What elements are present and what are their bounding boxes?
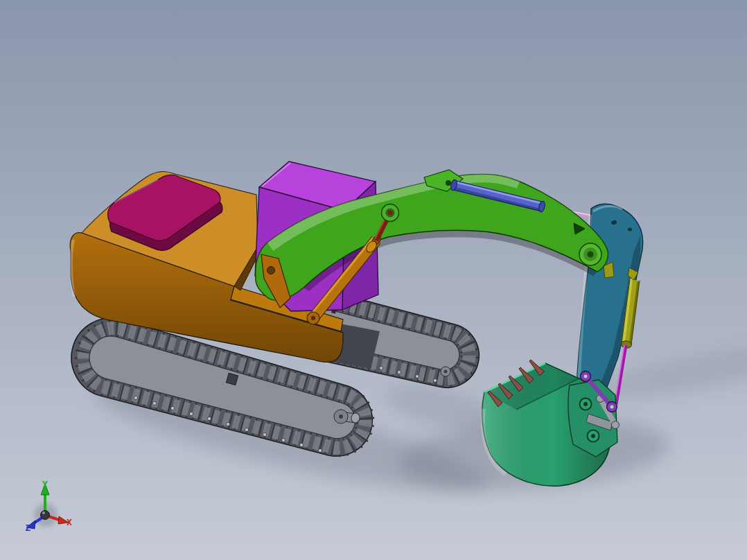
boom-rod-boss-pin xyxy=(388,211,393,216)
foot-bracket-hole xyxy=(267,267,275,274)
bucket-bolt-1-pin xyxy=(583,402,588,406)
boom-stick-joint[interactable] xyxy=(579,243,601,265)
idler-link-end-2 xyxy=(612,421,619,429)
bucket-link-pin-2 xyxy=(610,405,614,409)
model-canvas[interactable]: Y X Z xyxy=(0,0,747,560)
track-frame-hole xyxy=(226,373,238,385)
joint-boss-hole xyxy=(588,252,594,258)
boom-cyl-clevis-pin xyxy=(311,316,315,320)
stick-clevis-hole-2 xyxy=(628,228,632,231)
triad-origin-ball xyxy=(41,511,50,520)
bucket-bolt-2-pin xyxy=(591,434,595,438)
x-axis-label: X xyxy=(67,517,72,527)
idler-hub-pin xyxy=(339,414,343,419)
cad-viewport[interactable]: Y X Z xyxy=(0,0,747,560)
triad-origin-glint xyxy=(42,511,45,514)
y-axis-label: Y xyxy=(42,479,48,489)
boom-bracket-hole xyxy=(446,180,451,186)
rear-track-hub-pin xyxy=(444,370,448,374)
bucket-link-pin-1 xyxy=(584,375,588,378)
z-axis-label: Z xyxy=(25,523,30,533)
